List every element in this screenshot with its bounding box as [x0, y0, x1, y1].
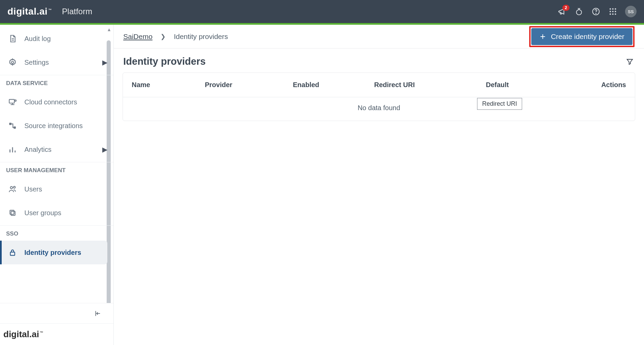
sidebar-item-label: User groups [24, 209, 61, 217]
column-header-provider[interactable]: Provider [205, 81, 293, 89]
svg-point-0 [576, 10, 581, 15]
create-button-highlight: Create identity provider [529, 26, 635, 47]
filter-icon [626, 58, 634, 66]
create-identity-provider-button[interactable]: Create identity provider [531, 28, 632, 45]
sidebar-collapse-button[interactable] [0, 303, 113, 323]
collapse-icon [94, 310, 101, 317]
identity-providers-table: Name Provider Enabled Redirect URI Defau… [123, 73, 635, 121]
sidebar-item-users[interactable]: Users [0, 177, 113, 201]
table-header-row: Name Provider Enabled Redirect URI Defau… [123, 73, 635, 97]
breadcrumb-current: Identity providers [174, 33, 228, 41]
main-content: SaiDemo ❯ Identity providers Create iden… [114, 25, 644, 345]
sidebar-section-sso: SSO [0, 225, 113, 241]
svg-point-2 [596, 13, 596, 14]
copy-icon [8, 208, 17, 217]
sidebar: ▲ ▼ Audit log Settings ▶ DATA SERVICE [0, 25, 114, 345]
svg-point-14 [15, 100, 16, 101]
apps-grid-icon [608, 7, 617, 16]
svg-point-11 [615, 13, 616, 15]
chevron-right-icon: ▶ [102, 58, 107, 66]
svg-point-4 [612, 8, 614, 9]
notifications-button[interactable]: 2 [557, 7, 567, 16]
column-header-default[interactable]: Default [486, 81, 587, 89]
svg-rect-21 [10, 252, 15, 256]
connector-icon [8, 98, 17, 106]
filter-button[interactable] [625, 57, 635, 66]
sidebar-item-label: Identity providers [24, 249, 81, 257]
integration-icon [8, 121, 17, 130]
gear-icon [8, 58, 17, 67]
sidebar-item-source-integrations[interactable]: Source integrations [0, 114, 113, 138]
help-icon [592, 7, 600, 16]
sidebar-footer: digital.ai™ [0, 323, 113, 345]
sidebar-item-user-groups[interactable]: User groups [0, 201, 113, 225]
svg-rect-15 [9, 123, 12, 125]
sidebar-section-user-management: USER MANAGEMENT [0, 162, 113, 177]
brand-logo: digital.ai™ [7, 6, 51, 17]
column-header-redirect-uri[interactable]: Redirect URI [374, 81, 486, 89]
sidebar-item-label: Analytics [24, 146, 51, 154]
svg-point-10 [612, 13, 614, 15]
page-topbar: SaiDemo ❯ Identity providers Create iden… [114, 25, 644, 48]
svg-rect-19 [11, 211, 15, 216]
sidebar-item-label: Cloud connectors [24, 98, 77, 106]
product-name: Platform [62, 7, 92, 16]
app-header: digital.ai™ Platform 2 [0, 0, 644, 23]
analytics-icon [8, 145, 17, 154]
create-button-label: Create identity provider [551, 33, 624, 41]
sidebar-item-identity-providers[interactable]: Identity providers [0, 241, 107, 264]
chevron-right-icon: ▶ [102, 145, 107, 154]
column-header-actions: Actions [587, 81, 626, 89]
svg-rect-20 [10, 210, 14, 214]
user-avatar[interactable]: SS [625, 6, 637, 17]
breadcrumb-root-link[interactable]: SaiDemo [123, 33, 152, 41]
sidebar-item-label: Settings [24, 59, 49, 66]
brand-logo-text: digital.ai [7, 6, 48, 17]
column-header-enabled[interactable]: Enabled [293, 81, 374, 89]
sidebar-item-settings[interactable]: Settings ▶ [0, 50, 113, 74]
sidebar-item-audit-log[interactable]: Audit log [0, 27, 113, 50]
plus-icon [539, 33, 546, 40]
orange-icon [575, 7, 583, 16]
footer-logo-text: digital.ai [3, 329, 39, 339]
breadcrumb: SaiDemo ❯ Identity providers [123, 33, 228, 41]
svg-point-5 [615, 8, 616, 9]
sidebar-item-label: Audit log [24, 35, 51, 43]
rewards-button[interactable] [574, 7, 584, 16]
column-header-name[interactable]: Name [132, 81, 205, 89]
footer-logo: digital.ai™ [3, 329, 42, 340]
svg-point-8 [615, 11, 616, 12]
svg-point-7 [612, 11, 614, 12]
sidebar-item-analytics[interactable]: Analytics ▶ [0, 138, 113, 161]
svg-point-9 [609, 13, 611, 15]
svg-point-3 [609, 8, 611, 9]
brand-logo-tm: ™ [48, 8, 52, 12]
sidebar-section-data-service: DATA SERVICE [0, 75, 113, 90]
avatar-initials: SS [628, 9, 634, 14]
sidebar-item-label: Users [24, 185, 42, 193]
svg-point-17 [10, 186, 13, 189]
svg-rect-16 [14, 126, 16, 129]
sidebar-item-label: Source integrations [24, 122, 83, 130]
svg-point-18 [14, 186, 15, 188]
svg-rect-13 [9, 99, 14, 103]
chevron-right-icon: ❯ [160, 33, 166, 40]
svg-point-12 [12, 61, 14, 64]
scroll-up-arrow[interactable]: ▲ [107, 27, 111, 32]
sidebar-item-cloud-connectors[interactable]: Cloud connectors [0, 90, 113, 114]
page-title: Identity providers [123, 56, 206, 67]
document-icon [8, 34, 17, 43]
svg-point-6 [609, 11, 611, 12]
users-icon [8, 185, 17, 194]
tooltip-redirect-uri: Redirect URI [477, 98, 522, 110]
lock-icon [8, 248, 17, 257]
notification-badge: 2 [562, 5, 570, 11]
footer-logo-tm: ™ [40, 331, 43, 334]
table-empty-message: No data found [123, 97, 635, 121]
apps-button[interactable] [608, 7, 618, 16]
help-button[interactable] [591, 7, 601, 16]
